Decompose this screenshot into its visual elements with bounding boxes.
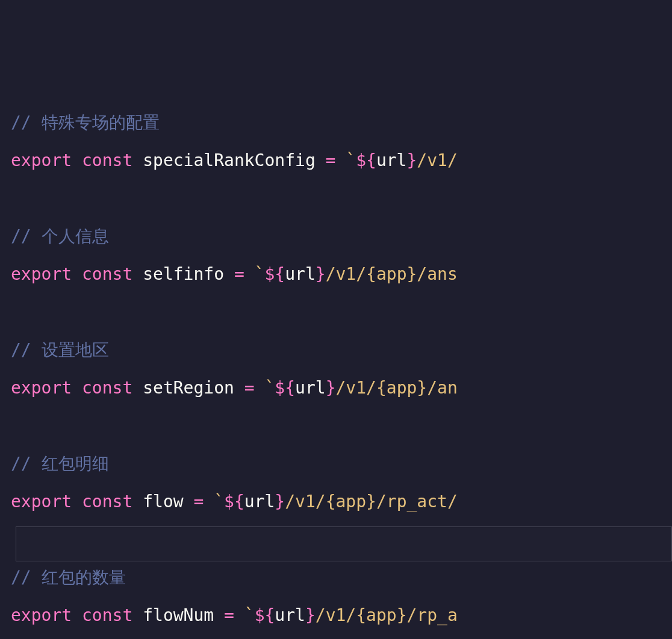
whitespace: [132, 378, 143, 398]
whitespace: [72, 605, 82, 625]
interp-brace: }: [326, 378, 336, 398]
code-line[interactable]: [11, 413, 672, 451]
code-line[interactable]: [11, 185, 672, 223]
interp-brace: {: [275, 264, 285, 284]
keyword-token: export: [11, 264, 72, 284]
code-line[interactable]: // 个人信息: [11, 223, 672, 261]
interp-dollar: $: [255, 605, 265, 625]
keyword-token: export: [11, 150, 72, 170]
interp-variable: url: [285, 264, 316, 284]
code-line[interactable]: export const selfinfo = `${url}/v1/{app}…: [11, 261, 672, 299]
interp-dollar: $: [224, 492, 234, 511]
whitespace: [132, 492, 143, 511]
interp-variable: url: [295, 378, 326, 398]
whitespace: [132, 264, 143, 284]
whitespace: [72, 378, 82, 398]
whitespace: [234, 605, 244, 625]
whitespace: [244, 264, 255, 284]
code-line[interactable]: // 设置地区: [11, 337, 672, 375]
code-line[interactable]: export const setRegion = `${url}/v1/{app…: [11, 375, 672, 413]
keyword-token: const: [82, 150, 132, 170]
interp-brace: {: [234, 492, 244, 511]
identifier-token: flow: [143, 492, 183, 511]
code-line[interactable]: // 红包明细: [11, 451, 672, 489]
code-editor[interactable]: // 特殊专场的配置export const specialRankConfig…: [11, 110, 672, 639]
interp-variable: url: [244, 492, 275, 511]
template-backtick: `: [214, 492, 224, 511]
identifier-token: flowNum: [143, 605, 214, 625]
template-backtick: `: [346, 150, 356, 170]
whitespace: [255, 378, 265, 398]
code-line[interactable]: // 特殊专场的配置: [11, 110, 672, 147]
comment-text: // 红包的数量: [11, 567, 126, 587]
interp-brace: }: [275, 492, 285, 511]
whitespace: [335, 150, 346, 170]
code-line[interactable]: export const flowNum = `${url}/v1/{app}/…: [11, 602, 672, 639]
operator-token: =: [326, 150, 336, 170]
operator-token: =: [244, 378, 255, 398]
interp-variable: url: [275, 605, 305, 625]
keyword-token: const: [82, 378, 132, 398]
identifier-token: setRegion: [143, 378, 234, 398]
interp-dollar: $: [264, 264, 275, 284]
whitespace: [72, 150, 82, 170]
comment-text: // 个人信息: [11, 226, 109, 246]
string-token: /v1/: [417, 150, 457, 170]
interp-variable: url: [376, 150, 407, 170]
operator-token: =: [224, 605, 234, 625]
operator-token: =: [234, 264, 244, 284]
whitespace: [72, 264, 82, 284]
comment-text: // 设置地区: [11, 340, 109, 360]
whitespace: [204, 492, 214, 511]
keyword-token: const: [82, 264, 132, 284]
template-backtick: `: [264, 378, 275, 398]
identifier-token: selfinfo: [143, 264, 224, 284]
keyword-token: export: [11, 492, 72, 511]
interp-brace: {: [366, 150, 376, 170]
string-token: /v1/{app}/rp_a: [316, 605, 458, 625]
whitespace: [132, 150, 143, 170]
whitespace: [72, 492, 82, 511]
keyword-token: const: [82, 492, 132, 511]
code-line[interactable]: [11, 299, 672, 337]
interp-brace: }: [305, 605, 316, 625]
interp-brace: {: [285, 378, 295, 398]
whitespace: [132, 605, 143, 625]
keyword-token: const: [82, 605, 132, 625]
whitespace: [316, 150, 326, 170]
code-line[interactable]: export const specialRankConfig = `${url}…: [11, 147, 672, 185]
comment-text: // 红包明细: [11, 454, 109, 474]
operator-token: =: [193, 492, 204, 511]
whitespace: [234, 378, 244, 398]
string-token: /v1/{app}/rp_act/: [285, 492, 458, 511]
code-line[interactable]: // 红包的数量: [11, 564, 672, 602]
cursor-line-highlight: [16, 526, 672, 561]
interp-dollar: $: [356, 150, 366, 170]
string-token: /v1/{app}/ans: [326, 264, 458, 284]
whitespace: [214, 605, 224, 625]
whitespace: [184, 492, 194, 511]
string-token: /v1/{app}/an: [335, 378, 457, 398]
interp-brace: {: [264, 605, 275, 625]
code-line[interactable]: export const flow = `${url}/v1/{app}/rp_…: [11, 489, 672, 526]
keyword-token: export: [11, 605, 72, 625]
interp-brace: }: [316, 264, 326, 284]
interp-brace: }: [406, 150, 417, 170]
template-backtick: `: [255, 264, 265, 284]
code-line[interactable]: [11, 526, 672, 564]
identifier-token: specialRankConfig: [143, 150, 316, 170]
interp-dollar: $: [275, 378, 285, 398]
comment-text: // 特殊专场的配置: [11, 113, 160, 132]
keyword-token: export: [11, 378, 72, 398]
template-backtick: `: [244, 605, 255, 625]
whitespace: [224, 264, 234, 284]
